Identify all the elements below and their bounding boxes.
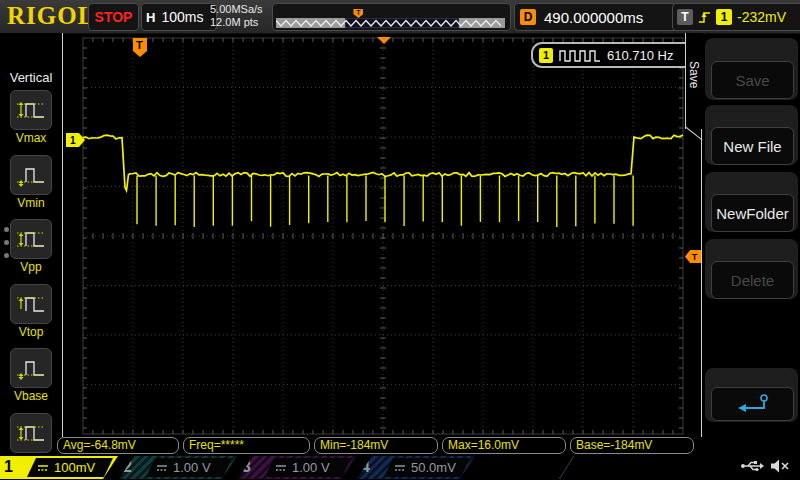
vpp-icon[interactable]: [10, 219, 52, 259]
system-status-icons: [740, 458, 790, 474]
channel-3-scale: 1.00 V: [292, 460, 330, 475]
return-arrow-icon: [736, 394, 770, 414]
rising-edge-icon: [698, 9, 711, 25]
measure-result-freq: Freq=*****: [183, 437, 310, 454]
memory-position-bar: T: [272, 3, 511, 31]
measure-item-vtop[interactable]: Vtop: [0, 284, 62, 339]
dc-coupling-icon: [394, 463, 406, 473]
trigger-position-icon: T: [353, 9, 363, 18]
channel-status-bar: 1 100mV 2 1.00 V 3 1.00 V 4 50.0mV: [0, 455, 800, 480]
usb-icon: [740, 459, 764, 473]
menu-tab-save: Save: [685, 33, 702, 129]
dc-coupling-icon: [156, 463, 168, 473]
channel-1-scale: 100mV: [54, 460, 95, 475]
delay-readout-box: D 490.000000ms: [514, 3, 680, 31]
vmin-icon[interactable]: [10, 155, 52, 195]
measure-item-vbase[interactable]: Vbase: [0, 348, 62, 403]
frequency-counter: 1 610.710 Hz: [531, 42, 699, 68]
channel-4-number: 4: [361, 458, 370, 476]
sample-rate: 5.00MSa/s: [210, 3, 263, 16]
new-folder-button[interactable]: NewFolder: [711, 194, 794, 232]
vtop-icon[interactable]: [10, 284, 52, 324]
brand-logo: RIGOL: [7, 2, 95, 30]
channel-3-number: 3: [242, 458, 251, 476]
measure-result-min: Min=-184mV: [314, 437, 438, 454]
horizontal-label: H: [146, 10, 155, 25]
delete-button[interactable]: Delete: [711, 261, 794, 299]
run-state-indicator[interactable]: STOP: [88, 3, 139, 31]
measure-result-max: Max=16.0mV: [442, 437, 566, 454]
channel-3-status[interactable]: 3 1.00 V: [238, 456, 356, 479]
vmax-icon[interactable]: [10, 90, 52, 130]
memory-depth: 12.0M pts: [210, 16, 263, 29]
delay-value: 490.000000ms: [544, 9, 643, 26]
measure-result-avg: Avg=-64.8mV: [57, 437, 179, 454]
channel-1-status[interactable]: 1 100mV: [0, 456, 118, 479]
waveform-display: 1T: [63, 33, 702, 437]
back-button[interactable]: [711, 387, 794, 421]
channel-2-number: 2: [123, 458, 132, 476]
trigger-label-badge: T: [677, 9, 693, 25]
horizontal-scale-box: H 100ms: [141, 3, 217, 31]
measure-item-vmin[interactable]: Vmin: [0, 155, 62, 210]
channel-2-status[interactable]: 2 1.00 V: [119, 456, 237, 479]
dc-coupling-icon: [37, 463, 49, 473]
measure-menu-title: Vertical: [0, 70, 62, 85]
svg-text:T: T: [136, 39, 143, 51]
new-file-button[interactable]: New File: [711, 127, 794, 165]
channel-1-number: 1: [4, 458, 13, 476]
channel-4-scale: 50.0mV: [411, 460, 456, 475]
measure-result-base: Base=-184mV: [570, 437, 694, 454]
measure-menu-panel: Vertical Vmax Vmin Vpp Vtop Vbase Vamp: [0, 33, 62, 448]
measure-item-vpp[interactable]: Vpp: [0, 219, 62, 274]
delay-badge: D: [520, 9, 536, 25]
menu-page-dots: [4, 227, 9, 258]
top-status-bar: RIGOL STOP H 100ms 5.00MSa/s 12.0M pts T…: [0, 0, 800, 34]
vbase-icon[interactable]: [10, 348, 52, 388]
trigger-level-value: -232mV: [737, 9, 786, 25]
dc-coupling-icon: [275, 463, 287, 473]
menu-tab-label: Save: [687, 61, 701, 88]
measure-item-vmax[interactable]: Vmax: [0, 90, 62, 145]
timebase-value: 100ms: [161, 9, 203, 25]
channel-2-scale: 1.00 V: [173, 460, 211, 475]
vamp-icon[interactable]: [10, 413, 52, 453]
trigger-source-badge: 1: [716, 9, 732, 25]
acquisition-info: 5.00MSa/s 12.0M pts: [210, 3, 263, 29]
square-wave-icon: [559, 49, 601, 62]
save-button[interactable]: Save: [711, 61, 794, 99]
svg-text:1: 1: [70, 135, 76, 146]
run-state-label: STOP: [95, 9, 133, 25]
counter-value: 610.710 Hz: [607, 48, 674, 63]
counter-channel-badge: 1: [539, 48, 553, 63]
memory-waveform-icon: [276, 18, 505, 28]
speaker-muted-icon: [770, 458, 790, 474]
channel-4-status[interactable]: 4 50.0mV: [357, 456, 475, 479]
memory-waveform-strip: T: [276, 18, 505, 28]
trigger-readout-box: T 1 -232mV: [672, 3, 800, 31]
